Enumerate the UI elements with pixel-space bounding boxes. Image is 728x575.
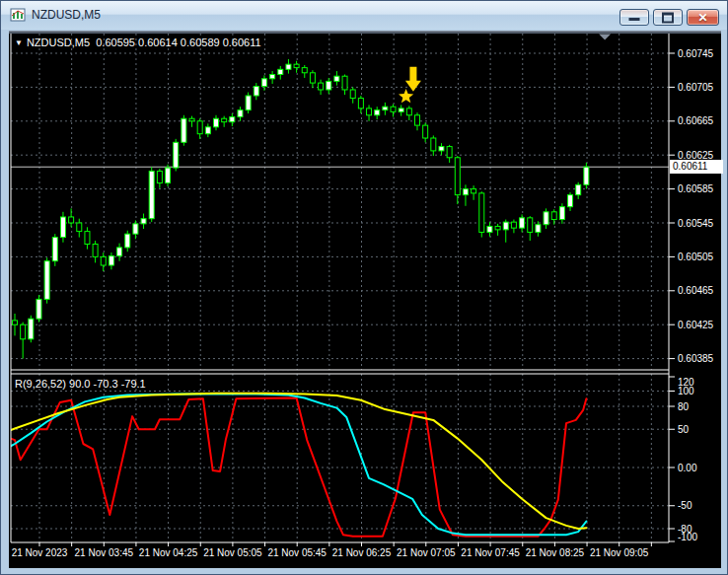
- candle: [294, 61, 299, 73]
- candlesticks: [13, 59, 589, 359]
- candle: [455, 156, 460, 204]
- candle: [463, 184, 468, 206]
- candle: [205, 123, 210, 137]
- close-icon: ✕: [688, 10, 718, 26]
- symbol-dropdown-icon: ▼: [15, 38, 23, 47]
- candle: [544, 208, 548, 229]
- candle: [29, 316, 34, 343]
- candle: [157, 169, 162, 188]
- panel-borders: [11, 34, 669, 542]
- candle: [261, 75, 266, 90]
- candle: [576, 182, 581, 199]
- chart-canvas[interactable]: 0.607450.607050.606650.606250.605850.605…: [9, 31, 721, 568]
- candle: [319, 80, 324, 95]
- candle: [528, 216, 533, 241]
- candle: [302, 65, 307, 78]
- candle: [415, 112, 420, 130]
- candle: [238, 107, 243, 121]
- candle: [60, 212, 65, 243]
- chart-shift-marker: [599, 35, 611, 40]
- candle: [584, 163, 589, 189]
- candle: [254, 83, 258, 100]
- header-ohlc-values: 0.60595 0.60614 0.60589 0.60611: [96, 36, 260, 48]
- candle: [52, 234, 57, 266]
- indicator-name: R(9,26,52): [15, 378, 66, 390]
- header-symbol: NZDUSD,M5: [27, 36, 90, 48]
- price-axis[interactable]: [669, 31, 721, 542]
- candle: [447, 145, 452, 163]
- candle: [383, 103, 388, 115]
- title-bar[interactable]: NZDUSD,M5 ✕: [1, 1, 727, 30]
- candle: [310, 70, 315, 88]
- candle: [141, 214, 146, 229]
- candle: [423, 123, 428, 143]
- minimize-icon: [629, 18, 640, 21]
- candle: [367, 105, 372, 120]
- client-top-edge: [9, 31, 721, 33]
- candle: [406, 106, 411, 120]
- candle: [503, 220, 508, 243]
- candle: [551, 209, 556, 224]
- grid: [11, 34, 669, 542]
- indicator-lines: [11, 394, 587, 537]
- candle: [399, 105, 403, 115]
- chart-client: 0.607450.607050.606650.606250.605850.605…: [9, 31, 721, 568]
- star-icon: [399, 89, 413, 103]
- sell-arrow-icon: [405, 67, 421, 92]
- candle: [391, 105, 396, 117]
- candle: [182, 115, 186, 146]
- candle: [44, 257, 49, 303]
- window-title: NZDUSD,M5: [32, 8, 101, 22]
- candle: [536, 221, 541, 236]
- candle: [479, 191, 484, 237]
- candle: [278, 66, 283, 80]
- time-axis[interactable]: [11, 542, 669, 563]
- candle: [520, 214, 525, 232]
- mt4-chart-window: NZDUSD,M5 ✕ 0.607450.607050.606650.60625…: [0, 0, 728, 575]
- candle: [189, 116, 194, 127]
- candle: [109, 252, 113, 269]
- candle: [511, 220, 516, 234]
- candle: [487, 222, 492, 237]
- candle: [214, 115, 219, 130]
- candle: [350, 87, 355, 103]
- candle: [327, 78, 331, 94]
- candle: [358, 96, 363, 113]
- candle: [246, 93, 251, 114]
- candle: [36, 295, 41, 323]
- candle: [149, 167, 154, 222]
- candle: [568, 192, 573, 211]
- candle: [197, 118, 202, 139]
- candle: [286, 59, 291, 74]
- candle: [495, 224, 500, 236]
- indicator-values: 90.0 -70.3 -79.1: [69, 378, 146, 390]
- candle: [166, 165, 171, 186]
- candle: [174, 139, 179, 172]
- chart-header: ▼NZDUSD,M5 0.60595 0.60614 0.60589 0.606…: [15, 36, 261, 48]
- close-button[interactable]: ✕: [687, 9, 719, 26]
- candle: [559, 203, 564, 224]
- restore-icon: [662, 12, 674, 23]
- candle: [77, 219, 82, 238]
- candle: [270, 71, 275, 84]
- candle: [69, 208, 74, 227]
- candle: [342, 75, 347, 96]
- candle: [439, 143, 444, 155]
- candle: [93, 241, 98, 262]
- candle: [21, 323, 26, 359]
- candle: [230, 113, 235, 126]
- candle: [133, 220, 138, 239]
- candle: [222, 116, 227, 127]
- candle: [431, 135, 436, 156]
- minimize-button[interactable]: [619, 9, 649, 26]
- restore-button[interactable]: [653, 9, 683, 26]
- candle: [125, 231, 130, 252]
- candle: [334, 71, 339, 86]
- wpr-slow-line: [11, 394, 587, 529]
- candle: [101, 252, 106, 271]
- candle: [375, 107, 380, 119]
- candle: [117, 244, 122, 261]
- client-top-edge-shadow: [9, 33, 721, 35]
- candle: [472, 185, 476, 200]
- indicator-label: R(9,26,52) 90.0 -70.3 -79.1: [15, 378, 146, 390]
